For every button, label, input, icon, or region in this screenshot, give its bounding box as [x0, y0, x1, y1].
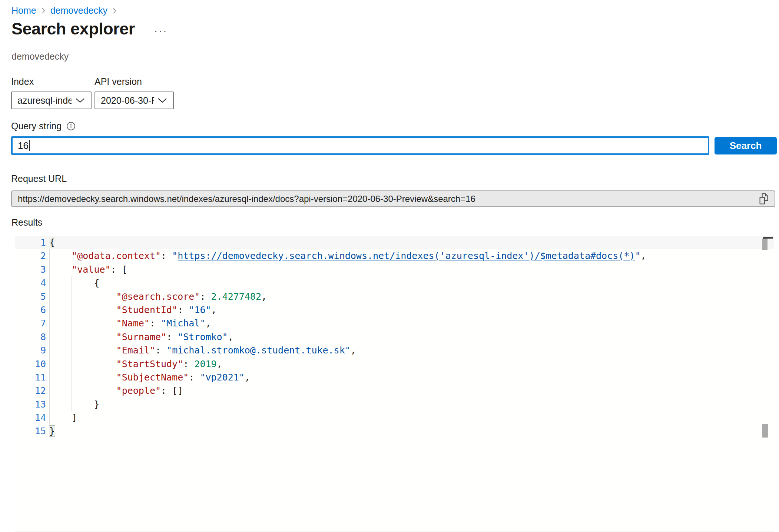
- json-token: ,: [261, 291, 267, 302]
- editor-line: 6"StudentId": "16",: [15, 303, 774, 317]
- editor-line: 10"StartStudy": 2019,: [15, 358, 774, 371]
- line-number: 9: [15, 344, 49, 357]
- json-token: "people": [116, 385, 161, 396]
- indent-guide: [49, 398, 50, 411]
- indent-guide: [49, 384, 50, 398]
- more-actions-button[interactable]: ···: [154, 26, 168, 36]
- json-token: :: [183, 359, 194, 369]
- indent-guide: [72, 303, 72, 317]
- chevron-down-icon: [75, 97, 85, 103]
- json-token: :: [200, 291, 211, 302]
- json-token: "Surname": [116, 332, 166, 342]
- json-token: :: [161, 250, 172, 261]
- json-token: "value": [72, 264, 110, 275]
- json-token: : [: [111, 264, 127, 275]
- json-token: :: [189, 372, 200, 383]
- request-url-value: https://demovedecky.search.windows.net/i…: [18, 194, 754, 204]
- json-token: "Email": [116, 345, 155, 356]
- indent-guide: [72, 398, 72, 411]
- indent-guide: [72, 290, 72, 303]
- line-number: 2: [15, 249, 49, 263]
- editor-line: 3"value": [: [15, 263, 774, 276]
- code-line: "@search.score": 2.4277482,: [49, 290, 774, 303]
- results-json[interactable]: 1{2"@odata.context": "https://demovedeck…: [15, 235, 774, 438]
- json-token: "@odata.context": [72, 250, 161, 261]
- scrollbar-thumb[interactable]: [762, 239, 768, 250]
- code-line: }: [49, 425, 774, 438]
- json-token: ,: [211, 305, 217, 315]
- code-line: "@odata.context": "https://demovedecky.s…: [49, 249, 774, 263]
- indent-guide: [94, 330, 94, 344]
- json-token: "michal.stromko@.student.tuke.sk": [166, 345, 351, 356]
- line-number: 13: [15, 398, 49, 411]
- json-token: :: [166, 332, 178, 342]
- indent-guide: [49, 330, 50, 344]
- text-cursor: [29, 140, 30, 151]
- line-number: 15: [15, 425, 49, 438]
- json-token: "StudentId": [116, 305, 178, 315]
- line-number: 6: [15, 303, 49, 317]
- line-number: 10: [15, 358, 49, 371]
- json-token: {: [94, 277, 99, 288]
- json-token: {: [49, 237, 55, 248]
- line-number: 8: [15, 330, 49, 344]
- editor-line: 7"Name": "Michal",: [15, 317, 774, 330]
- request-url-label: Request URL: [11, 173, 67, 184]
- code-line: "StudentId": "16",: [49, 303, 774, 317]
- index-select[interactable]: azuresql-index: [11, 92, 92, 109]
- breadcrumb-link-service[interactable]: demovedecky: [50, 5, 107, 16]
- query-string-label: Query string: [11, 121, 62, 132]
- json-token: ,: [205, 318, 211, 329]
- line-number: 1: [15, 236, 49, 249]
- json-token: ,: [640, 250, 646, 261]
- indent-guide: [94, 344, 94, 357]
- line-number: 5: [15, 290, 49, 303]
- page-title: Search explorer: [11, 19, 135, 39]
- json-token: "@search.score": [116, 291, 200, 302]
- indent-guide: [94, 317, 94, 330]
- code-line: {: [49, 276, 774, 290]
- indent-guide: [94, 290, 94, 303]
- indent-guide: [49, 371, 50, 384]
- json-token: "Name": [116, 318, 150, 329]
- editor-line: 9"Email": "michal.stromko@.student.tuke.…: [15, 344, 774, 357]
- editor-line: 12"people": []: [15, 384, 774, 398]
- json-token: "Michal": [161, 318, 205, 329]
- json-token: ]: [72, 412, 77, 423]
- search-button[interactable]: Search: [715, 137, 777, 154]
- page-subtitle: demovedecky: [11, 51, 69, 62]
- index-label: Index: [11, 76, 92, 87]
- breadcrumb-link-home[interactable]: Home: [11, 5, 36, 16]
- json-link[interactable]: https://demovedecky.search.windows.net/i…: [178, 250, 635, 261]
- api-version-select[interactable]: 2020-06-30-Pre...: [95, 92, 174, 109]
- indent-guide: [49, 290, 50, 303]
- overview-ruler-cursor-mark: [762, 424, 768, 438]
- copy-icon[interactable]: [758, 193, 769, 205]
- indent-guide: [72, 384, 72, 398]
- indent-guide: [72, 330, 72, 344]
- results-label: Results: [11, 217, 42, 228]
- code-line: "people": []: [49, 384, 774, 398]
- json-token: ": [172, 250, 178, 261]
- scrollbar-track: [762, 235, 762, 532]
- indent-guide: [49, 303, 50, 317]
- json-token: "Stromko": [178, 332, 228, 342]
- code-line: ]: [49, 411, 774, 425]
- info-icon[interactable]: [66, 122, 76, 131]
- chevron-down-icon: [158, 97, 167, 103]
- code-line: "SubjectName": "vp2021",: [49, 371, 774, 384]
- indent-guide: [94, 358, 94, 371]
- request-url-field[interactable]: https://demovedecky.search.windows.net/i…: [11, 190, 775, 207]
- query-input[interactable]: 16: [11, 136, 709, 155]
- chevron-right-icon: [112, 6, 117, 16]
- indent-guide: [49, 263, 50, 276]
- editor-line: 11"SubjectName": "vp2021",: [15, 371, 774, 384]
- index-select-value: azuresql-index: [17, 95, 72, 106]
- editor-line: 15}: [15, 425, 774, 438]
- json-token: :: [155, 345, 166, 356]
- json-token: 2019: [194, 359, 216, 369]
- json-token: ": [635, 250, 640, 261]
- api-version-select-value: 2020-06-30-Pre...: [101, 95, 154, 106]
- results-editor[interactable]: 1{2"@odata.context": "https://demovedeck…: [15, 235, 774, 532]
- editor-line: 8"Surname": "Stromko",: [15, 330, 774, 344]
